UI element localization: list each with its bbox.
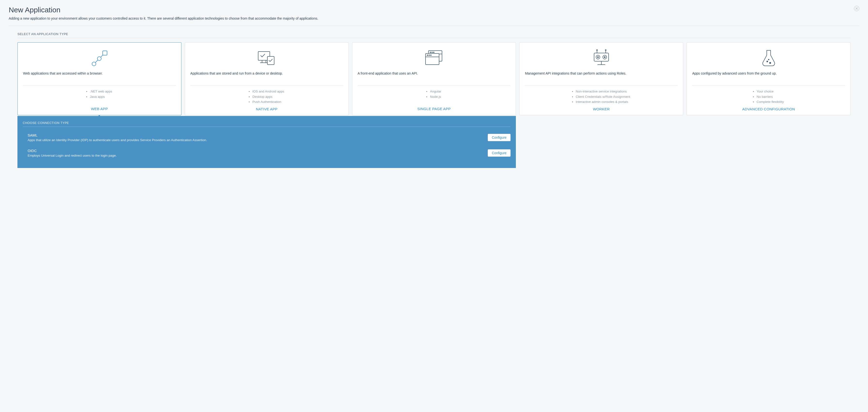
connection-row-oidc: OIDC Employs Universal Login and redirec…: [23, 146, 510, 161]
bullet: Interactive admin consoles & portals: [576, 99, 630, 104]
card-bullets: Your choice No barriers Complete flexibi…: [692, 89, 845, 104]
bullet: Client Credentials w/Role Assignment: [576, 94, 630, 99]
bullet: Your choice: [756, 89, 784, 94]
card-bullets: Non-interactive service integrations Cli…: [525, 89, 678, 104]
connection-name: SAML: [23, 133, 207, 137]
page-title: New Application: [9, 6, 859, 14]
bullet: Non-interactive service integrations: [576, 89, 630, 94]
header-divider: [9, 26, 859, 26]
svg-line-4: [101, 55, 103, 57]
card-desc: A front-end application that uses an API…: [358, 71, 510, 81]
native-app-icon: [190, 48, 343, 68]
svg-point-22: [597, 57, 598, 58]
close-icon: [856, 7, 858, 10]
svg-point-28: [605, 50, 606, 51]
card-bullets: Angular Node.js: [358, 89, 510, 104]
connection-desc: Apps that utilize an Identity Provider (…: [23, 138, 207, 142]
svg-point-13: [432, 52, 432, 53]
svg-point-34: [768, 59, 769, 60]
bullet: .NET web apps: [90, 89, 112, 94]
card-desc: Apps configured by advanced users from t…: [692, 71, 845, 81]
svg-point-26: [596, 50, 597, 51]
bullet: Complete flexibility: [756, 99, 784, 104]
card-advanced-configuration[interactable]: Apps configured by advanced users from t…: [687, 42, 850, 115]
card-cta: ADVANCED CONFIGURATION: [692, 107, 845, 111]
bullet: Angular: [430, 89, 441, 94]
close-button[interactable]: [854, 6, 859, 11]
connection-name: OIDC: [23, 149, 117, 153]
card-desc: Management API integrations that can per…: [525, 71, 678, 81]
bullet: Push Authentication: [252, 99, 284, 104]
svg-rect-2: [103, 51, 107, 55]
spa-icon: [358, 48, 510, 68]
card-worker[interactable]: Management API integrations that can per…: [519, 42, 683, 115]
svg-point-14: [433, 52, 434, 53]
connection-type-panel: CHOOSE CONNECTION TYPE SAML Apps that ut…: [18, 116, 516, 168]
card-divider: [23, 85, 176, 86]
web-app-icon: [23, 48, 176, 68]
svg-point-33: [769, 62, 771, 64]
card-web-app[interactable]: Web applications that are accessed withi…: [18, 42, 181, 115]
card-native-app[interactable]: Applications that are stored and run fro…: [185, 42, 349, 115]
svg-point-17: [427, 55, 428, 56]
card-divider: [525, 85, 678, 86]
card-divider: [190, 85, 343, 86]
configure-oidc-button[interactable]: Configure: [488, 149, 511, 157]
card-divider: [358, 85, 510, 86]
svg-point-24: [604, 57, 605, 58]
svg-point-0: [92, 62, 96, 66]
svg-point-19: [430, 55, 431, 56]
worker-icon: [525, 48, 678, 68]
page-subtitle: Adding a new application to your environ…: [9, 17, 859, 20]
bullet: Node.js: [430, 94, 441, 99]
card-cta: NATIVE APP: [190, 107, 343, 111]
connection-desc: Employs Universal Login and redirect use…: [23, 154, 117, 157]
application-type-cards: Web applications that are accessed withi…: [18, 42, 850, 115]
svg-point-12: [430, 52, 431, 53]
card-single-page-app[interactable]: A front-end application that uses an API…: [352, 42, 516, 115]
svg-line-3: [95, 60, 98, 62]
card-cta: WORKER: [525, 107, 678, 111]
connection-row-saml: SAML Apps that utilize an Identity Provi…: [23, 130, 510, 146]
card-cta: WEB APP: [23, 107, 176, 111]
svg-point-1: [97, 57, 101, 61]
card-bullets: .NET web apps Java apps: [23, 89, 176, 104]
card-bullets: iOS and Android apps Desktop apps Push A…: [190, 89, 343, 104]
svg-point-32: [767, 61, 768, 62]
card-desc: Web applications that are accessed withi…: [23, 71, 176, 81]
section-label: SELECT AN APPLICATION TYPE: [18, 32, 850, 38]
card-divider: [692, 85, 845, 86]
bullet: Desktop apps: [252, 94, 284, 99]
configure-saml-button[interactable]: Configure: [488, 134, 511, 141]
connection-panel-label: CHOOSE CONNECTION TYPE: [23, 121, 510, 127]
card-cta: SINGLE PAGE APP: [358, 107, 510, 111]
svg-point-18: [429, 55, 429, 56]
bullet: iOS and Android apps: [252, 89, 284, 94]
bullet: No barriers: [756, 94, 784, 99]
bullet: Java apps: [90, 94, 112, 99]
advanced-config-icon: [692, 48, 845, 68]
card-desc: Applications that are stored and run fro…: [190, 71, 343, 81]
